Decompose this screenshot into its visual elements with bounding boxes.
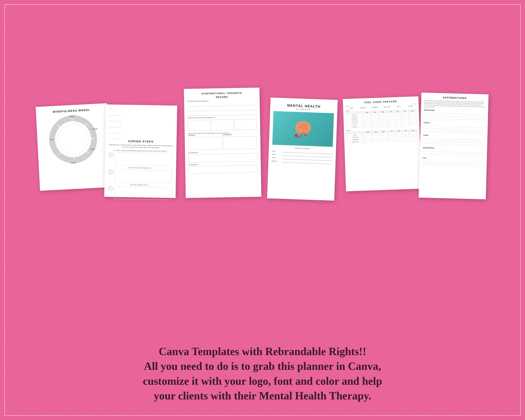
step3-circle: 3 [108,186,113,191]
svg-text:See: See [50,138,54,141]
emotion-box2 [211,120,234,131]
coping-list-items: 1 2 3 4 5 [109,110,173,140]
coping-title: COPING STEPS [109,139,173,143]
goal-veggies: VEGGIES [405,105,416,107]
coping-card: 5 T 1 2 3 4 5 COPING STEPS What steps ca… [104,104,177,198]
belongs-section: This planner belongs to Name Email Phone… [272,146,333,164]
step1-prompt: IF I START TO FEEL ANGRY/NEGATIVE EMOTIO… [109,149,173,152]
distortions-box [223,136,257,149]
thoughts-card: DYSFUNCTIONAL THOUGHTS RECORD SITUATION … [184,88,261,198]
goal-water: WATER [346,107,357,109]
step2-box [114,169,172,183]
affirmation-career: Career [423,134,485,147]
week1-table: MON TUE WED THU FRI SAT SUN WATER · · · … [346,109,417,128]
affirmation-finance: Finance [423,122,485,135]
feelgood-card: FEEL GOOD TRACKER GOALS MONTH WATER FRES… [343,96,422,191]
step3-box [114,186,172,200]
bottom-line3: customize it with your logo, font and co… [42,374,483,389]
planner-card: MENTAL HEALTH PLANNER [267,98,338,201]
emotions-label: EMOTIONS ( How do you feel right now? ) [188,116,257,119]
thoughts-title2: RECORD [187,95,256,99]
coping-subtitle: What steps can you take to help you cope… [109,144,173,149]
bottom-line1: Canva Templates with Rebrandable Rights!… [42,344,483,359]
situation-line2 [188,106,256,111]
emotions-boxes [188,118,257,132]
step1-box [115,152,173,166]
emotion-box1 [188,120,210,131]
outcome-box [188,165,258,174]
step2-row: 2 [108,169,172,183]
brain-image [272,111,334,147]
step3-row: 3 [108,186,172,200]
outcome-label: OUTCOME (H [188,163,257,166]
alternative-box [188,153,257,163]
goal-movement: MOVEMENT [369,106,381,108]
thoughts-title: DYSFUNCTIONAL THOUGHTS [187,91,256,95]
step1-circle: 1 [109,152,113,157]
email-label: Email [272,153,282,155]
wheel-container: Taste Smell Hear Touch See [40,112,106,166]
svg-text:Hear: Hear [90,148,95,150]
month-label: MONTH [412,103,416,105]
mindfulness-wheel-svg: Taste Smell Hear Touch See [47,113,100,166]
svg-text:Touch: Touch [70,161,76,164]
situation-line3 [188,111,256,116]
week2-table: MON TUE WED THU FRI SAT SUN WATER ······… [347,129,417,143]
affirmation-love: Love [422,157,484,168]
step2-prompt: THEN MY NEXT STEP WILL BE TO ... [109,167,172,169]
svg-text:Smell: Smell [92,128,97,130]
goal-fresh-air: FRESH AIR [358,107,369,109]
cards-container: MINDFULNESS WHEEL Taste Smell Hear Touch… [0,0,525,273]
bottom-text-section: Canva Templates with Rebrandable Rights!… [0,344,525,403]
goal-fruits: FRUITS [393,106,404,107]
brain-svg [290,116,316,142]
affirmations-card: AFFIRMATIONS At the start each month wri… [419,93,489,199]
affirmations-intro: At the start each month write down posit… [424,100,486,109]
w2-label-quiet: QUIET TIME [347,140,364,143]
alternative-label: ALTERNATIVE [188,151,257,153]
svg-text:Taste: Taste [69,115,75,118]
emotion-box3 [234,119,257,130]
step2-circle: 2 [108,169,113,174]
thoughts-box [188,137,222,150]
goal-quiet-time: QUIET TIME [381,106,393,108]
affirmation-relationships: Relationships [423,109,485,122]
bottom-line2: All you need to do is to grab this plann… [42,359,483,373]
situation-label: SITUATION ( What happened? ) [187,99,256,102]
situation-line1 [188,102,256,107]
address-label: Address [272,160,282,162]
mindfulness-card: MINDFULNESS WHEEL Taste Smell Hear Touch… [36,103,111,191]
row-label-veggies: VEGGIES [346,125,363,128]
affirmations-title: AFFIRMATIONS [424,95,486,100]
coping-list-header: 5 T [109,108,173,110]
thoughts-boxes [188,135,257,151]
phone-label: Phone [272,157,282,159]
step1-row: 1 [109,152,173,166]
affirmation-health: Health/Fitness [423,147,484,158]
step3-prompt: MY FINAL STEP WILL BE TO ... [108,184,172,186]
name-label: Name [272,150,283,152]
bottom-line4: your clients with their Mental Health Th… [42,389,483,403]
goals-label: GOALS [346,105,350,107]
